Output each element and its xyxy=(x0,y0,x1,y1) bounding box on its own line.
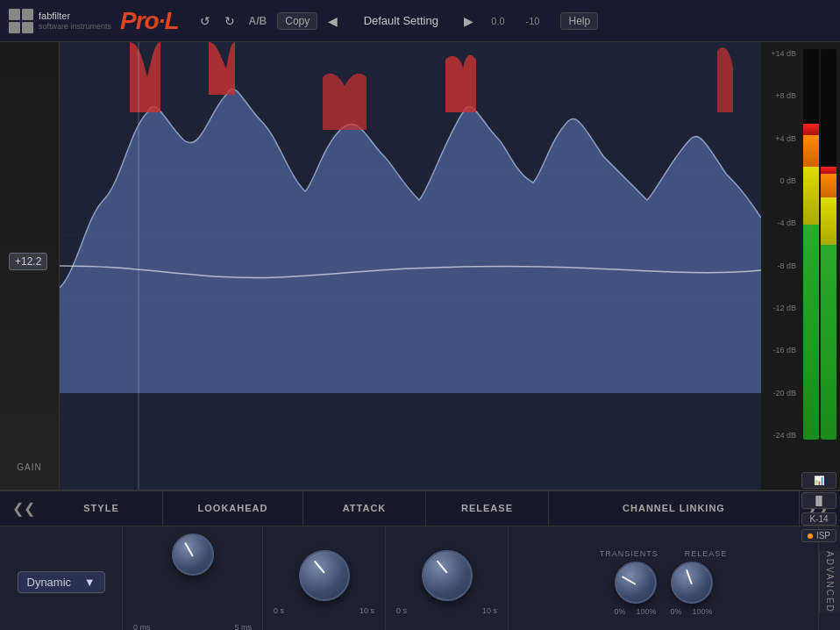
attack-min: 0 s xyxy=(274,606,284,615)
controls-header: ❮❮ STYLE LOOKAHEAD ATTACK RELEASE CHANNE… xyxy=(0,491,840,526)
attack-max: 10 s xyxy=(359,606,374,615)
product-logo: Pro·L xyxy=(120,7,179,35)
header: fabfilter software instruments Pro·L ↺ ↻… xyxy=(0,0,840,42)
meter-left-orange xyxy=(803,135,819,167)
channel-sub-labels: TRANSIENTS RELEASE xyxy=(600,549,728,558)
channel-knobs: 0% 100% 0% 100% xyxy=(615,562,713,616)
transients-knob-wrapper: 0% 100% xyxy=(615,562,657,616)
transients-knob[interactable] xyxy=(615,562,657,604)
logo-grid xyxy=(9,9,33,33)
transients-indicator xyxy=(621,576,636,585)
isp-dot xyxy=(808,533,813,539)
help-button[interactable]: Help xyxy=(560,12,598,30)
db-label-m12: -12 dB xyxy=(761,304,796,312)
meter-left-red xyxy=(803,124,819,135)
main-area: +12.2 GAIN xyxy=(0,42,840,490)
meter-bars xyxy=(803,49,836,440)
next-preset-button[interactable]: ▶ xyxy=(460,12,477,30)
meter-left-green xyxy=(803,225,819,440)
transients-min: 0% xyxy=(615,607,626,616)
ab-button[interactable]: A/B xyxy=(246,13,271,29)
header-controls: ↺ ↻ A/B Copy ◀ Default Setting ▶ 0.0 -10… xyxy=(196,12,831,30)
meter-right-yellow xyxy=(821,197,836,244)
logo-cell-2 xyxy=(22,9,33,20)
release-min: 0 s xyxy=(396,606,407,615)
right-panel: +14 dB +8 dB +4 dB 0 dB -4 dB -8 dB -12 … xyxy=(761,42,840,490)
logo-area: fabfilter software instruments Pro·L xyxy=(9,7,179,35)
controls-area: ❮❮ STYLE LOOKAHEAD ATTACK RELEASE CHANNE… xyxy=(0,490,840,630)
db-label-m16: -16 dB xyxy=(761,346,796,354)
ch-release-indicator xyxy=(685,569,692,585)
peak-meter-right: -10 xyxy=(526,16,540,26)
meter-left-yellow xyxy=(803,167,819,226)
release-section: 0 s 10 s xyxy=(386,526,509,630)
release-sublabel: RELEASE xyxy=(685,549,728,558)
meter-right-green xyxy=(821,245,836,440)
channel-section: TRANSIENTS RELEASE 0% 100% xyxy=(509,526,819,630)
gain-label: GAIN xyxy=(17,462,41,472)
controls-body: Dynamic ▼ 0 ms 5 ms xyxy=(0,526,840,630)
right-side-buttons: 📊 ▐▌ K-14 ISP xyxy=(801,472,836,542)
ch-release-min: 0% xyxy=(671,607,682,616)
nav-left-button[interactable]: ❮❮ xyxy=(7,498,40,519)
db-label-0: 0 dB xyxy=(761,176,796,185)
style-dropdown[interactable]: Dynamic ▼ xyxy=(18,571,105,593)
attack-section: 0 s 10 s xyxy=(263,526,386,630)
lookahead-section: 0 ms 5 ms xyxy=(123,526,263,630)
lookahead-knob[interactable] xyxy=(172,533,214,576)
copy-button[interactable]: Copy xyxy=(277,12,317,30)
meter-right-red xyxy=(821,167,836,175)
attack-label: ATTACK xyxy=(343,503,387,513)
undo-button[interactable]: ↺ xyxy=(196,12,214,30)
db-label-8: +8 dB xyxy=(761,91,796,100)
db-label-m20: -20 dB xyxy=(761,389,796,397)
logo-text: fabfilter software instruments xyxy=(39,11,111,32)
db-label-4: +4 dB xyxy=(761,134,796,143)
style-label: STYLE xyxy=(83,503,118,513)
transients-max: 100% xyxy=(636,607,656,616)
meter-left xyxy=(803,49,819,440)
channel-label: CHANNEL LINKING xyxy=(623,503,725,513)
attack-indicator xyxy=(313,560,324,573)
waveform-display xyxy=(60,42,761,490)
lookahead-knob-wrapper xyxy=(172,533,214,576)
ch-release-knob-wrapper: 0% 100% xyxy=(671,562,713,616)
attack-knob[interactable] xyxy=(299,550,350,601)
lookahead-label: LOOKAHEAD xyxy=(198,503,268,513)
release-indicator xyxy=(436,560,447,573)
db-label-m8: -8 dB xyxy=(761,261,796,270)
db-label-m24: -24 dB xyxy=(761,431,796,440)
redo-button[interactable]: ↻ xyxy=(221,12,238,30)
style-section: Dynamic ▼ xyxy=(0,526,123,630)
meter-right xyxy=(821,49,836,440)
logo-cell-1 xyxy=(9,9,20,20)
release-label: RELEASE xyxy=(461,503,513,513)
db-label-m4: -4 dB xyxy=(761,218,796,227)
release-knob[interactable] xyxy=(422,550,473,601)
meter-right-orange xyxy=(821,174,836,197)
lookahead-indicator xyxy=(184,541,194,556)
db-label-14: +14 dB xyxy=(761,49,796,58)
lookahead-max: 5 ms xyxy=(234,623,252,630)
gain-strip: +12.2 GAIN xyxy=(0,42,60,490)
logo-cell-4 xyxy=(22,22,33,33)
bars-button[interactable]: ▐▌ xyxy=(801,492,836,509)
transients-sublabel: TRANSIENTS xyxy=(600,549,658,558)
logo-cell-3 xyxy=(9,22,20,33)
release-max: 10 s xyxy=(482,606,497,615)
prev-preset-button[interactable]: ◀ xyxy=(324,12,341,30)
ch-release-max: 100% xyxy=(692,607,712,616)
k14-button[interactable]: K-14 xyxy=(801,512,836,526)
db-scale: +14 dB +8 dB +4 dB 0 dB -4 dB -8 dB -12 … xyxy=(761,49,796,440)
preset-name: Default Setting xyxy=(348,14,453,27)
peak-meter-left: 0.0 xyxy=(491,16,504,26)
ch-release-knob[interactable] xyxy=(671,562,713,604)
advanced-tab[interactable]: ADVANCED xyxy=(819,551,840,613)
lookahead-min: 0 ms xyxy=(133,623,151,630)
isp-button[interactable]: ISP xyxy=(801,529,836,542)
graph-button[interactable]: 📊 xyxy=(801,472,836,489)
lookahead-knobs xyxy=(172,533,214,576)
waveform-svg xyxy=(60,42,761,490)
gain-value[interactable]: +12.2 xyxy=(9,253,47,270)
